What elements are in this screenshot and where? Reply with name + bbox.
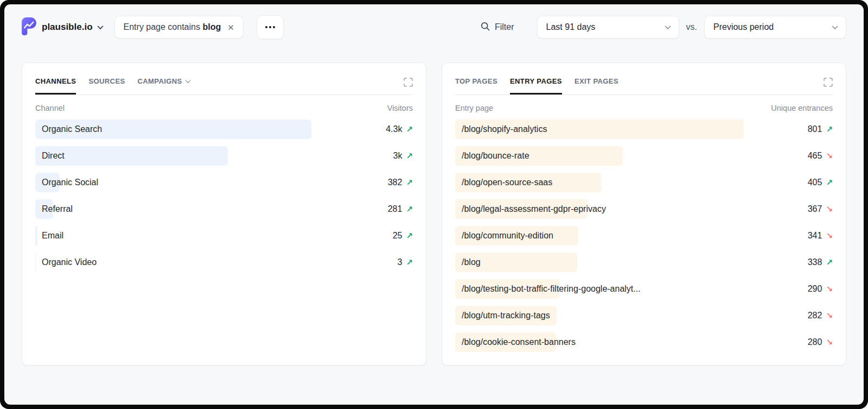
row-value-number: 341 (808, 231, 822, 241)
row-label: /blog/utm-tracking-tags (462, 311, 550, 320)
tab-label: Campaigns (138, 77, 182, 85)
row-value-number: 4.3k (386, 124, 402, 134)
trend-arrow-icon: ↗ (826, 178, 833, 187)
vs-label: vs. (686, 22, 697, 32)
row-value: 405 ↗ (808, 178, 833, 187)
tab[interactable]: Entry Pages (510, 77, 562, 95)
tab[interactable]: Top Pages (455, 77, 497, 95)
trend-arrow-icon: ↘ (826, 284, 833, 294)
trend-arrow-icon: ↘ (826, 231, 833, 241)
row-label: /blog/open-source-saas (462, 178, 552, 187)
table-row[interactable]: /blog/shopify-analytics 801 ↗ (455, 119, 833, 139)
row-value: 4.3k ↗ (386, 124, 413, 134)
row-value-number: 382 (388, 178, 403, 187)
row-value-number: 3 (398, 257, 403, 267)
comparison-select[interactable]: Previous period (704, 16, 846, 39)
row-value: 338 ↗ (808, 257, 833, 267)
table-row[interactable]: Organic Search 4.3k ↗ (35, 119, 413, 139)
row-value: 280 ↘ (808, 337, 833, 347)
row-label: /blog/legal-assessment-gdpr-eprivacy (462, 204, 606, 214)
table-row[interactable]: Organic Social 382 ↗ (35, 173, 413, 192)
row-value: 367 ↘ (808, 204, 833, 214)
table-row[interactable]: /blog/utm-tracking-tags 282 ↘ (455, 306, 833, 325)
entry-pages-list: /blog/shopify-analytics 801 ↗ /blog/boun… (455, 119, 833, 352)
table-row[interactable]: Email 25 ↗ (35, 226, 413, 246)
row-value-number: 281 (388, 204, 403, 214)
table-row[interactable]: /blog/bounce-rate 465 ↘ (455, 146, 833, 166)
filter-button[interactable]: Filter (481, 22, 514, 33)
expand-icon[interactable] (824, 78, 833, 89)
site-name: plausible.io (42, 22, 93, 33)
row-label: /blog/cookie-consent-banners (462, 337, 576, 347)
row-label: Organic Social (42, 178, 98, 187)
comparison-value: Previous period (713, 22, 774, 32)
search-icon (481, 22, 490, 33)
more-icon (265, 26, 267, 28)
row-label: Direct (42, 151, 65, 161)
row-value: 281 ↗ (388, 204, 413, 214)
pages-tabs: Top Pages Entry Pages Exit Pages (455, 77, 618, 95)
tab-label: Exit Pages (575, 77, 618, 85)
filter-button-label: Filter (495, 22, 514, 32)
row-value: 3k ↗ (393, 151, 413, 161)
row-value: 282 ↘ (808, 311, 833, 320)
row-value: 341 ↘ (808, 231, 833, 241)
chevron-down-icon (97, 23, 103, 29)
row-label: /blog/testing-bot-traffic-filtering-goog… (462, 284, 641, 294)
date-range-value: Last 91 days (546, 22, 596, 32)
table-row[interactable]: Organic Video 3 ↗ (35, 253, 413, 272)
column-header-right: Unique entrances (771, 104, 833, 112)
row-label: Email (42, 231, 63, 241)
trend-arrow-icon: ↗ (406, 151, 413, 161)
table-row[interactable]: Referral 281 ↗ (35, 199, 413, 219)
row-value-number: 367 (808, 204, 822, 214)
filter-pill[interactable]: Entry page contains blog ✕ (114, 16, 244, 39)
dashboard: plausible.io Entry page contains blog ✕ (4, 4, 864, 405)
table-row[interactable]: /blog/cookie-consent-banners 280 ↘ (455, 332, 833, 352)
value-bar (35, 226, 37, 246)
chevron-down-icon (185, 78, 190, 83)
column-header-left: Channel (35, 104, 65, 112)
row-label: Organic Video (42, 257, 97, 267)
trend-arrow-icon: ↗ (406, 124, 413, 134)
row-label: /blog/bounce-rate (462, 151, 529, 161)
close-icon[interactable]: ✕ (227, 23, 234, 32)
more-options-button[interactable] (257, 15, 284, 39)
row-label: Referral (42, 204, 73, 214)
trend-arrow-icon: ↗ (826, 257, 833, 267)
tab-label: Entry Pages (510, 77, 562, 85)
row-value: 290 ↘ (808, 284, 833, 294)
trend-arrow-icon: ↘ (826, 337, 833, 347)
row-label: Organic Search (42, 124, 102, 134)
trend-arrow-icon: ↗ (406, 231, 413, 241)
row-value-number: 465 (808, 151, 822, 161)
row-label: /blog/community-edition (462, 231, 553, 241)
row-value-number: 280 (808, 337, 822, 347)
tab[interactable]: Exit Pages (575, 77, 618, 95)
table-row[interactable]: /blog/testing-bot-traffic-filtering-goog… (455, 279, 833, 299)
tab[interactable]: Channels (35, 77, 76, 95)
row-value-number: 801 (808, 124, 822, 134)
channels-tabs: Channels Sources Campaigns (35, 77, 190, 95)
site-switcher[interactable]: plausible.io (22, 17, 103, 37)
pages-panel: Top Pages Entry Pages Exit Pages (442, 62, 846, 366)
row-value: 382 ↗ (388, 178, 413, 187)
table-row[interactable]: /blog 338 ↗ (455, 253, 833, 272)
tab[interactable]: Campaigns (138, 77, 190, 95)
row-value: 25 ↗ (393, 231, 413, 241)
table-row[interactable]: /blog/community-edition 341 ↘ (455, 226, 833, 246)
tab-label: Sources (88, 77, 125, 85)
tab-label: Top Pages (455, 77, 497, 85)
filter-pill-text: Entry page contains blog (124, 22, 221, 32)
expand-icon[interactable] (404, 78, 413, 89)
table-row[interactable]: /blog/legal-assessment-gdpr-eprivacy 367… (455, 199, 833, 219)
date-range-select[interactable]: Last 91 days (537, 16, 679, 39)
filter-pill-value: blog (202, 22, 221, 32)
tab[interactable]: Sources (88, 77, 125, 95)
chevron-down-icon (832, 23, 838, 29)
table-row[interactable]: /blog/open-source-saas 405 ↗ (455, 173, 833, 192)
value-bar (35, 253, 36, 272)
row-label: /blog/shopify-analytics (462, 124, 547, 134)
trend-arrow-icon: ↗ (406, 257, 413, 267)
table-row[interactable]: Direct 3k ↗ (35, 146, 413, 166)
